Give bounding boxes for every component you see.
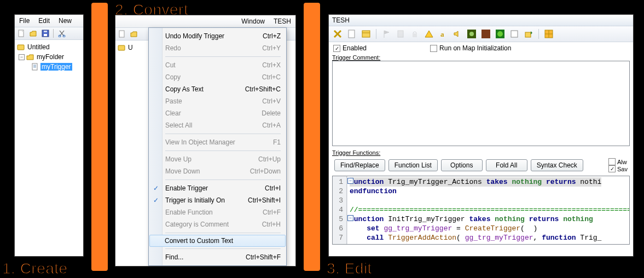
trigger-flags-row: ✓ Enabled Run on Map Initialization <box>329 42 633 54</box>
new-icon[interactable] <box>346 28 357 39</box>
always-checkbox[interactable]: Alw <box>608 158 628 165</box>
enabled-checkbox[interactable]: ✓ Enabled <box>333 44 367 52</box>
map-icon <box>16 43 25 51</box>
book-icon[interactable] <box>509 28 520 39</box>
menu-edit[interactable]: Edit <box>34 16 54 26</box>
open-folder-icon[interactable] <box>29 29 38 38</box>
toolbar-panel1 <box>15 27 83 40</box>
menu-item: Select AllCtrl+A <box>150 119 285 131</box>
category-icon[interactable] <box>361 28 372 39</box>
tesh-button-row: Find/Replace Function List Options Fold … <box>329 156 633 175</box>
menu-item: View In Object ManagerF1 <box>150 136 285 148</box>
code-lines[interactable]: function Trig_myTrigger_Actions takes no… <box>347 176 630 244</box>
syntax-check-button[interactable]: Syntax Check <box>531 159 583 171</box>
tree-root[interactable]: Untitled <box>16 42 82 52</box>
sound-icon[interactable] <box>452 28 463 39</box>
note-icon[interactable] <box>395 28 406 39</box>
menu-item[interactable]: ✓Enable TriggerCtrl+I <box>150 182 285 194</box>
svg-rect-11 <box>119 31 124 37</box>
svg-rect-24 <box>511 31 518 37</box>
tesh-toolbar: a <box>329 26 633 42</box>
folder-icon <box>26 53 34 61</box>
menubar-panel1[interactable]: File Edit New <box>15 15 83 27</box>
x-icon[interactable] <box>332 28 343 39</box>
function-list-button[interactable]: Function List <box>388 159 438 171</box>
save-icon[interactable] <box>41 29 50 38</box>
svg-rect-7 <box>32 63 37 70</box>
menu-item: Enable FunctionCtrl+F <box>150 206 285 218</box>
menu-item[interactable]: Find...Ctrl+Shift+F <box>150 251 285 263</box>
fold-icon[interactable]: − <box>347 215 353 221</box>
brick-icon[interactable] <box>480 28 491 39</box>
trigger-comment-label: Trigger Comment: <box>329 54 633 61</box>
svg-text:a: a <box>440 30 444 38</box>
save-checkbox[interactable]: ✓Sav <box>608 165 628 172</box>
tree-folder-label: myFolder <box>36 53 65 61</box>
trigger-functions-label: Trigger Functions: <box>329 149 633 156</box>
new-file-icon[interactable] <box>118 30 126 38</box>
edit-panel: TESH a ✓ Enabled Run on Map Initializati… <box>328 14 634 257</box>
menu-item: CutCtrl+X <box>150 59 285 71</box>
edit-menu-dropdown[interactable]: Undo Modify TriggerCtrl+ZRedoCtrl+YCutCt… <box>148 27 287 266</box>
menu-item[interactable]: Copy As TextCtrl+Shift+C <box>150 83 285 95</box>
menu-item[interactable]: Undo Modify TriggerCtrl+Z <box>150 30 285 42</box>
letter-a-icon[interactable]: a <box>438 28 449 39</box>
tree-trigger-label: myTrigger <box>40 63 72 71</box>
tree-trigger[interactable]: myTrigger <box>16 62 82 72</box>
menu-item: Move DownCtrl+Down <box>150 165 285 177</box>
warning-icon[interactable] <box>423 28 434 39</box>
convert-panel: Edit Window TESH U Undo Modify TriggerCt… <box>115 15 296 267</box>
fold-all-button[interactable]: Fold All <box>486 159 527 171</box>
lock-icon[interactable] <box>409 28 420 39</box>
step-label-edit: 3. Edit <box>327 260 372 277</box>
svg-rect-12 <box>118 45 125 50</box>
svg-rect-17 <box>413 33 417 37</box>
svg-rect-25 <box>525 32 531 37</box>
menubar-panel2[interactable]: Edit Window TESH <box>115 15 295 28</box>
menu-item[interactable]: Convert to Custom Text <box>149 235 286 247</box>
code-editor[interactable]: 1234567 − − function Trig_myTrigger_Acti… <box>332 176 630 245</box>
svg-rect-3 <box>44 31 47 32</box>
menu-item: CopyCtrl+C <box>150 71 285 83</box>
open-folder-icon[interactable] <box>130 30 138 38</box>
divider-pillar-2 <box>304 3 320 271</box>
grid-icon[interactable] <box>543 28 554 39</box>
trigger-tree[interactable]: Untitled − myFolder myTrigger <box>15 40 83 74</box>
menu-tesh[interactable]: TESH <box>269 16 295 26</box>
step-label-create: 1. Create <box>2 260 68 277</box>
export-icon[interactable] <box>523 28 534 39</box>
menu-window[interactable]: Window <box>237 16 269 26</box>
code-fold-column[interactable]: − − <box>347 176 347 244</box>
divider-pillar-1 <box>91 3 108 271</box>
svg-rect-6 <box>18 45 24 50</box>
svg-rect-16 <box>398 31 403 37</box>
trigger-icon <box>31 62 39 71</box>
tree-collapse-icon[interactable]: − <box>19 54 25 60</box>
svg-rect-13 <box>349 30 355 38</box>
map-icon <box>117 43 126 52</box>
trigger-comment-input[interactable] <box>332 61 630 146</box>
tree-root-label: Untitled <box>26 43 51 51</box>
svg-point-20 <box>469 32 474 36</box>
tree-folder[interactable]: − myFolder <box>16 52 82 62</box>
find-replace-button[interactable]: Find/Replace <box>334 159 385 171</box>
new-file-icon[interactable] <box>17 29 26 38</box>
face-icon[interactable] <box>495 28 506 39</box>
menu-item: PasteCtrl+V <box>150 95 285 107</box>
flag-icon[interactable] <box>381 28 392 39</box>
cut-icon[interactable] <box>57 29 66 38</box>
svg-rect-21 <box>481 30 490 38</box>
svg-rect-14 <box>362 31 370 37</box>
unit-icon[interactable] <box>466 28 477 39</box>
create-panel: File Edit New Untitled − myFolder myTrig… <box>14 14 84 257</box>
run-on-init-checkbox[interactable]: Run on Map Initialization <box>430 44 511 52</box>
tesh-title: TESH <box>329 15 633 26</box>
menu-new[interactable]: New <box>54 16 76 26</box>
fold-icon[interactable]: − <box>347 178 353 184</box>
options-button[interactable]: Options <box>441 159 483 171</box>
menu-item: Move UpCtrl+Up <box>150 153 285 165</box>
menu-file[interactable]: File <box>15 16 34 26</box>
svg-point-23 <box>497 31 503 37</box>
menu-item: RedoCtrl+Y <box>150 42 285 54</box>
menu-item[interactable]: ✓Trigger is Initially OnCtrl+Shift+I <box>150 194 285 206</box>
